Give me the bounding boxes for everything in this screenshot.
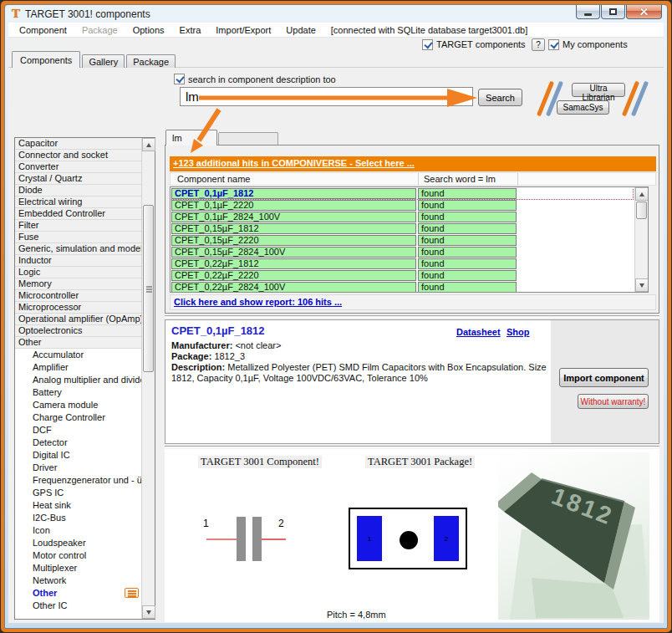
category-microcontroller[interactable]: Microcontroller [15,290,141,302]
list-icon[interactable] [125,588,139,598]
my-components-checkbox[interactable]: My components [548,38,628,50]
category-inductor[interactable]: Inductor [15,255,141,267]
component-3d-view[interactable]: 1812 [498,452,649,620]
category-optoelectronics[interactable]: Optoelectronics [15,325,141,337]
table-row[interactable]: CPET_0,1µF_2824_100Vfound [171,212,633,222]
column-header-component-name[interactable]: Component name [171,173,419,185]
menu-item-package[interactable]: Package [74,25,125,35]
subcategory-battery[interactable]: Battery [15,386,141,399]
category-operational-amplifier-opamp[interactable]: Operational amplifier (OpAmp) [15,314,141,325]
table-row[interactable]: CPET_0,15µF_2220found [171,235,633,246]
search-button[interactable]: Search [478,89,522,106]
table-row[interactable]: CPET_0,22µF_2220found [171,270,633,281]
menu-item-import-export[interactable]: Import/Export [208,25,278,35]
subcategory-heat-sink[interactable]: Heat sink [15,499,141,512]
category-fuse[interactable]: Fuse [15,232,141,243]
target-components-checkbox[interactable]: TARGET components [422,38,526,50]
category-capacitor[interactable]: Capacitor [15,138,141,150]
category-microprocessor[interactable]: Microprocessor [15,302,141,314]
category-scrollbar-thumb[interactable] [143,205,154,372]
my-components-label: My components [563,39,628,49]
subcategory-other-ic[interactable]: Other IC [15,600,141,612]
results-scrollbar[interactable] [634,187,648,292]
subcategory-label: GPS IC [33,488,64,498]
report-link[interactable]: Click here and show report: 106 hits ... [174,297,342,307]
subcategory-frequenzgenerator-und-berwac[interactable]: Frequenzgenerator und - überwac [15,474,141,487]
subcategory-accumulator[interactable]: Accumulator [15,349,141,361]
restore-icon [609,8,617,15]
menu-item-extra[interactable]: Extra [172,25,209,35]
package-footprint: 1 2 [349,508,467,569]
results-scrollbar-thumb[interactable] [636,202,647,219]
category-filter[interactable]: Filter [15,220,141,232]
subcategory-detector[interactable]: Detector [15,436,141,449]
subcategory-dcf[interactable]: DCF [15,424,141,436]
scroll-down-arrow-icon[interactable] [142,605,155,619]
componiverse-banner-link[interactable]: +123 additional hits in COMPONIVERSE - S… [170,156,656,171]
scroll-up-arrow-icon[interactable] [635,187,649,201]
pitch-label: Pitch = 4,8mm [327,610,386,620]
menu-item-component[interactable]: Component [12,25,74,35]
category-logic[interactable]: Logic [15,267,141,278]
category-embedded-controller[interactable]: Embedded Controller [15,208,141,220]
category-diode[interactable]: Diode [15,185,141,197]
subcategory-gps-ic[interactable]: GPS IC [15,487,141,499]
subcategory-camera-module[interactable]: Camera module [15,399,141,411]
subcategory-label: Motor control [33,550,86,560]
table-row[interactable]: CPET_0,22µF_2824_100Vfound [171,282,633,292]
menu-item-options[interactable]: Options [125,25,172,35]
scroll-down-arrow-icon[interactable] [635,278,649,292]
subcategory-charge-controller[interactable]: Charge Controller [15,411,141,424]
category-electrical-wiring[interactable]: Electrical wiring [15,197,141,208]
menu-item-connected-with-sqlite-database-target3001-db[interactable]: [connected with SQLite database target30… [323,25,535,35]
samacsys-button[interactable]: SamacSys [557,100,609,115]
subcategory-icon[interactable]: Icon [15,524,141,537]
minimize-button[interactable] [576,5,600,19]
close-button[interactable] [626,5,662,19]
shop-link[interactable]: Shop [507,327,530,337]
subcategory-i2c-bus[interactable]: I2C-Bus [15,512,141,524]
search-description-label: search in component description too [188,74,336,84]
category-connector-and-socket[interactable]: Connector and socket [15,150,141,161]
category-memory[interactable]: Memory [15,278,141,290]
category-crystal-quartz[interactable]: Crystal / Quartz [15,173,141,185]
table-row[interactable]: CPET_0,15µF_1812found [171,223,633,234]
category-converter[interactable]: Converter [15,161,141,173]
category-generic-simulation-and-modeling[interactable]: Generic, simulation and modeling [15,243,141,255]
result-tab-lm[interactable]: lm [165,130,217,145]
subcategory-analog-multiplier-and-divider[interactable]: Analog multiplier and divider [15,374,141,386]
search-input[interactable] [180,87,473,106]
result-tab-secondary[interactable] [218,132,278,145]
datasheet-link[interactable]: Datasheet [456,327,501,337]
detail-panel: CPET_0,1µF_1812 Datasheet Shop Manufactu… [165,319,659,444]
import-component-button[interactable]: Import component [559,368,649,387]
help-button[interactable]: ? [532,38,545,51]
menu-item-update[interactable]: Update [278,25,323,35]
subcategory-network[interactable]: Network [15,574,141,587]
ultra-librarian-button[interactable]: Ultra Librarian [572,83,625,97]
subcategory-digital-ic[interactable]: Digital IC [15,449,141,462]
subcategory-multiplexer[interactable]: Multiplexer [15,562,141,574]
subcategory-other[interactable]: Other [15,587,141,600]
category-other[interactable]: Other [15,337,141,349]
category-scrollbar[interactable] [141,138,155,619]
subcategory-label: Loudspeaker [33,538,86,548]
table-row[interactable]: CPET_0,1µF_2220found [171,200,633,211]
tab-components[interactable]: Components [12,51,80,68]
tab-gallery[interactable]: Gallery [82,54,125,68]
without-warranty-button[interactable]: Without warranty! [578,394,649,409]
search-description-checkbox[interactable]: search in component description too [174,74,336,84]
column-header-search-word[interactable]: Search word = lm [419,173,518,185]
subcategory-label: Analog multiplier and divider [33,375,141,385]
subcategory-amplifier[interactable]: Amplifier [15,361,141,374]
separator [165,315,659,318]
scroll-up-arrow-icon[interactable] [142,138,155,151]
subcategory-loudspeaker[interactable]: Loudspeaker [15,537,141,549]
tab-package[interactable]: Package [126,54,176,68]
table-row[interactable]: CPET_0,1µF_1812found [171,188,633,199]
table-row[interactable]: CPET_0,15µF_2824_100Vfound [171,247,633,258]
subcategory-motor-control[interactable]: Motor control [15,549,141,562]
table-row[interactable]: CPET_0,22µF_1812found [171,258,633,269]
restore-button[interactable] [601,5,625,19]
subcategory-driver[interactable]: Driver [15,462,141,474]
